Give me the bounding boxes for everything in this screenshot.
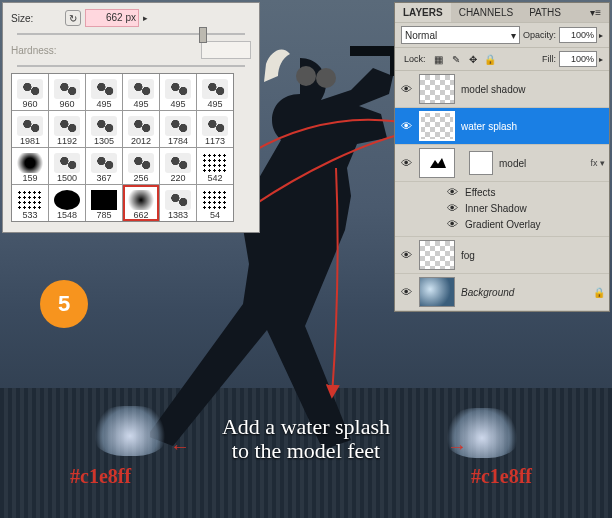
- brush-size-label: 1305: [94, 136, 114, 146]
- layer-row[interactable]: 👁model shadow: [395, 71, 609, 108]
- lock-position-icon[interactable]: ✥: [467, 53, 479, 65]
- brush-preset[interactable]: 220: [160, 148, 196, 184]
- brush-preset[interactable]: 1192: [49, 111, 85, 147]
- step-badge: 5: [40, 280, 88, 328]
- brush-size-label: 159: [22, 173, 37, 183]
- brush-preset[interactable]: 54: [197, 185, 233, 221]
- visibility-toggle[interactable]: 👁: [399, 119, 413, 133]
- brush-preset[interactable]: 1784: [160, 111, 196, 147]
- blend-mode-value: Normal: [405, 30, 437, 41]
- fill-label: Fill:: [542, 54, 556, 64]
- arrow-right-icon: →: [447, 435, 467, 458]
- layer-thumbnail[interactable]: [419, 277, 455, 307]
- brush-size-label: 960: [22, 99, 37, 109]
- visibility-toggle[interactable]: 👁: [445, 201, 459, 215]
- brush-size-label: 1383: [168, 210, 188, 220]
- svg-point-3: [316, 68, 336, 88]
- fill-input[interactable]: 100%: [559, 51, 597, 67]
- brush-size-label: 495: [207, 99, 222, 109]
- tab-layers[interactable]: LAYERS: [395, 3, 451, 22]
- brush-preset[interactable]: 533: [12, 185, 48, 221]
- layer-thumbnail[interactable]: [419, 74, 455, 104]
- brush-size-label: 662: [133, 210, 148, 220]
- opacity-input[interactable]: 100%: [559, 27, 597, 43]
- layer-row[interactable]: 👁modelfx ▾: [395, 145, 609, 182]
- layer-thumbnail[interactable]: [419, 111, 455, 141]
- size-label: Size:: [11, 13, 65, 24]
- brush-size-label: 54: [210, 210, 220, 220]
- brush-size-label: 533: [22, 210, 37, 220]
- layer-list: 👁model shadow👁water splash👁modelfx ▾👁Eff…: [395, 70, 609, 311]
- layer-thumbnail[interactable]: [419, 148, 455, 178]
- opacity-label: Opacity:: [523, 30, 556, 40]
- layer-row[interactable]: 👁water splash: [395, 108, 609, 145]
- brush-size-label: 495: [133, 99, 148, 109]
- brush-preset[interactable]: 960: [49, 74, 85, 110]
- lock-label: Lock:: [404, 54, 426, 64]
- caption-text: Add a water splash to the model feet: [0, 415, 612, 463]
- layer-name: Background: [461, 287, 587, 298]
- brush-size-label: 1192: [57, 136, 77, 146]
- brush-preset[interactable]: 159: [12, 148, 48, 184]
- size-flyout-button[interactable]: ▸: [143, 13, 153, 23]
- brush-preset[interactable]: 495: [123, 74, 159, 110]
- brush-preset[interactable]: 1981: [12, 111, 48, 147]
- visibility-toggle[interactable]: 👁: [399, 248, 413, 262]
- fx-badge[interactable]: fx ▾: [590, 158, 605, 168]
- lock-transparent-icon[interactable]: ▦: [433, 53, 445, 65]
- opacity-flyout-icon[interactable]: ▸: [599, 31, 603, 40]
- effects-heading: Effects: [465, 187, 495, 198]
- layer-name: model: [499, 158, 584, 169]
- brush-preset[interactable]: 1173: [197, 111, 233, 147]
- size-slider[interactable]: [17, 33, 245, 35]
- brush-size-label: 2012: [131, 136, 151, 146]
- visibility-toggle[interactable]: 👁: [399, 156, 413, 170]
- hardness-input[interactable]: [201, 41, 251, 59]
- effect-item[interactable]: Inner Shadow: [465, 203, 527, 214]
- visibility-toggle[interactable]: 👁: [399, 285, 413, 299]
- blend-mode-select[interactable]: Normal▾: [401, 26, 520, 44]
- svg-point-2: [296, 66, 316, 86]
- brush-size-label: 1784: [168, 136, 188, 146]
- brush-preset[interactable]: 256: [123, 148, 159, 184]
- brush-preset[interactable]: 542: [197, 148, 233, 184]
- brush-preset[interactable]: 495: [160, 74, 196, 110]
- brush-size-label: 960: [59, 99, 74, 109]
- tutorial-canvas: 5 Add a water splash to the model feet ←…: [0, 0, 612, 518]
- tab-paths[interactable]: PATHS: [521, 3, 569, 22]
- caption-line-2: to the model feet: [232, 438, 380, 463]
- brush-preset[interactable]: 1305: [86, 111, 122, 147]
- visibility-toggle[interactable]: 👁: [445, 217, 459, 231]
- lock-all-icon[interactable]: 🔒: [484, 53, 496, 65]
- brush-size-label: 1500: [57, 173, 77, 183]
- layer-name: water splash: [461, 121, 605, 132]
- brush-size-label: 495: [96, 99, 111, 109]
- caption-line-1: Add a water splash: [222, 414, 390, 439]
- brush-preset[interactable]: 2012: [123, 111, 159, 147]
- panel-menu-button[interactable]: ▾≡: [582, 3, 609, 22]
- size-input[interactable]: 662 px: [85, 9, 139, 27]
- visibility-toggle[interactable]: 👁: [399, 82, 413, 96]
- brush-preset[interactable]: 495: [86, 74, 122, 110]
- effect-item[interactable]: Gradient Overlay: [465, 219, 541, 230]
- brush-size-label: 256: [133, 173, 148, 183]
- brush-preset[interactable]: 495: [197, 74, 233, 110]
- brush-size-label: 367: [96, 173, 111, 183]
- hardness-slider[interactable]: [17, 65, 245, 67]
- fill-flyout-icon[interactable]: ▸: [599, 55, 603, 64]
- layer-thumbnail[interactable]: [419, 240, 455, 270]
- reset-size-button[interactable]: ↻: [65, 10, 81, 26]
- layer-row[interactable]: 👁fog: [395, 237, 609, 274]
- brush-preset[interactable]: 1383: [160, 185, 196, 221]
- layer-mask-thumbnail[interactable]: [469, 151, 493, 175]
- brush-preset[interactable]: 367: [86, 148, 122, 184]
- lock-pixels-icon[interactable]: ✎: [450, 53, 462, 65]
- brush-preset[interactable]: 1500: [49, 148, 85, 184]
- brush-preset[interactable]: 662: [123, 185, 159, 221]
- brush-preset[interactable]: 960: [12, 74, 48, 110]
- brush-preset[interactable]: 1548: [49, 185, 85, 221]
- visibility-toggle[interactable]: 👁: [445, 185, 459, 199]
- brush-preset[interactable]: 785: [86, 185, 122, 221]
- layer-row[interactable]: 👁Background🔒: [395, 274, 609, 311]
- tab-channels[interactable]: CHANNELS: [451, 3, 521, 22]
